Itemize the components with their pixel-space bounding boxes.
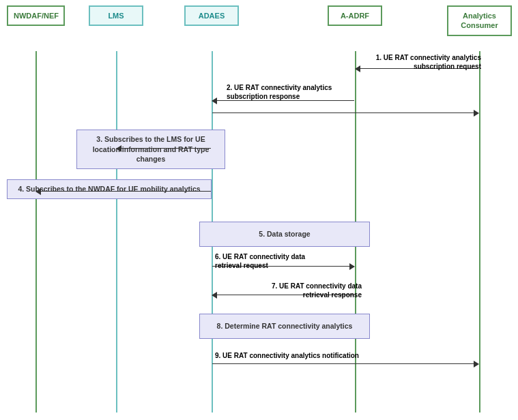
sequence-diagram: NWDAF/NEF LMS ADAES A-ADRF Analytics Con…: [0, 0, 518, 420]
msg5-box: 5. Data storage: [199, 222, 370, 247]
msg2-label: 2. UE RAT connectivity analytics subscri…: [227, 83, 370, 101]
actor-aadrf: A-ADRF: [328, 5, 382, 26]
arrow-msg9: [212, 363, 478, 364]
arrow-msg2b: [212, 112, 478, 113]
arrow-msg4: [36, 191, 211, 192]
actor-aadrf-label: A-ADRF: [341, 12, 369, 20]
msg8-box: 8. Determine RAT connectivity analytics: [199, 314, 370, 339]
msg6-label: 6. UE RAT connectivity data retrieval re…: [215, 252, 324, 270]
arrow-msg3: [117, 148, 211, 149]
lifeline-lms: [116, 51, 117, 412]
actor-analytics-label: Analytics Consumer: [461, 12, 498, 29]
lifeline-nwdaf: [35, 51, 37, 412]
msg7-label: 7. UE RAT connectivity data retrieval re…: [266, 282, 362, 299]
msg1-label: 1. UE RAT connectivity analytics subscri…: [375, 53, 481, 71]
actor-adaes: ADAES: [184, 5, 239, 26]
actor-adaes-label: ADAES: [199, 12, 225, 20]
lifeline-analytics: [479, 51, 480, 412]
actor-lms-label: LMS: [108, 12, 124, 20]
actor-analytics: Analytics Consumer: [447, 5, 512, 36]
actor-nwdaf: NWDAF/NEF: [7, 5, 65, 26]
msg3-box: 3. Subscribes to the LMS for UE location…: [76, 130, 225, 169]
actor-lms: LMS: [89, 5, 143, 26]
msg9-label: 9. UE RAT connectivity analytics notific…: [215, 351, 474, 360]
actor-nwdaf-label: NWDAF/NEF: [14, 12, 59, 20]
